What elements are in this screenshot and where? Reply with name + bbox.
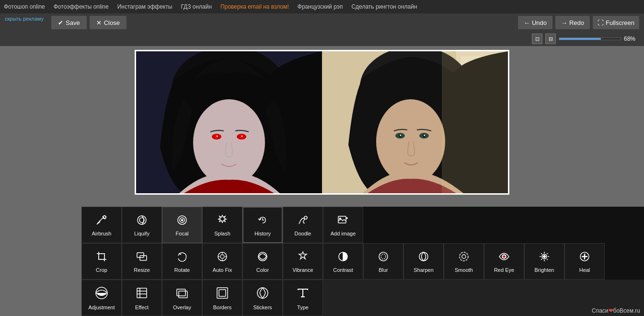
fit-to-screen-icon[interactable]: ⊡ xyxy=(532,34,542,44)
tool-overlay[interactable]: Overlay xyxy=(162,280,202,316)
nav-photoshop[interactable]: Фотошоп online xyxy=(4,3,45,10)
svg-rect-22 xyxy=(442,51,508,193)
fullscreen-icon: ⛶ xyxy=(598,19,604,26)
svg-rect-49 xyxy=(137,288,147,298)
tool-effect[interactable]: Effect xyxy=(122,280,162,316)
splash-icon xyxy=(216,213,229,229)
tool-add-image[interactable]: Add image xyxy=(323,207,363,243)
svg-rect-51 xyxy=(179,291,187,298)
original-image-svg xyxy=(136,51,322,193)
toolbar-right: ← Undo → Redo ⛶ Fullscreen xyxy=(518,16,639,29)
tool-type[interactable]: Type xyxy=(283,280,323,316)
svg-point-21 xyxy=(424,135,426,136)
rotate-label: Rotate xyxy=(174,267,190,273)
svg-rect-53 xyxy=(219,290,226,296)
blur-label: Blur xyxy=(379,267,388,273)
effect-icon xyxy=(134,285,150,303)
row1-right-section: Focal Splash xyxy=(162,207,363,243)
tool-stickers[interactable]: Stickers xyxy=(242,280,283,316)
tool-resize[interactable]: Resize xyxy=(122,243,162,280)
tools-row-1: Airbrush Liquify xyxy=(81,207,644,243)
tool-focal[interactable]: Focal xyxy=(162,207,202,243)
tool-red-eye[interactable]: Red Eye xyxy=(484,243,524,280)
focal-icon xyxy=(175,213,189,229)
nav-ringtone[interactable]: Сделать рингтон онлайн xyxy=(351,3,417,10)
tool-smooth[interactable]: Smooth xyxy=(444,243,484,280)
tool-crop[interactable]: Crop xyxy=(81,243,122,280)
borders-icon xyxy=(215,285,230,303)
tool-heal[interactable]: Heal xyxy=(564,243,605,280)
red-eye-icon xyxy=(497,250,511,265)
tool-history[interactable]: History xyxy=(242,207,283,243)
original-image-panel xyxy=(136,51,322,193)
row2-right-section: Rotate Auto Fix xyxy=(162,243,605,280)
close-button[interactable]: ✕ Close xyxy=(90,16,126,29)
actual-size-icon[interactable]: ⊟ xyxy=(545,34,556,44)
svg-point-27 xyxy=(182,220,183,221)
nav-photoeffects[interactable]: Фотоэффекты online xyxy=(54,3,109,10)
nav-french[interactable]: Французский рэп xyxy=(298,3,343,10)
tool-auto-fix[interactable]: Auto Fix xyxy=(202,243,242,280)
color-label: Color xyxy=(256,267,269,273)
overlay-icon xyxy=(174,285,190,303)
svg-point-39 xyxy=(379,252,388,261)
svg-point-2 xyxy=(193,99,265,186)
save-checkmark-icon: ✔ xyxy=(58,19,63,26)
tool-borders[interactable]: Borders xyxy=(202,280,242,316)
save-button[interactable]: ✔ Save xyxy=(51,16,87,29)
svg-point-8 xyxy=(217,136,218,137)
svg-point-29 xyxy=(304,216,307,219)
blur-icon xyxy=(377,250,390,265)
tool-sharpen[interactable]: Sharpen xyxy=(403,243,444,280)
footer-logo: Спаси❤боВсем.ru xyxy=(592,307,640,314)
svg-rect-30 xyxy=(338,216,346,223)
tool-adjustment[interactable]: Adjustment xyxy=(81,280,122,316)
svg-point-36 xyxy=(220,255,224,258)
nav-instagram[interactable]: Инстаграм эффекты xyxy=(117,3,172,10)
image-container xyxy=(135,50,509,195)
nav-gdz[interactable]: ГДЗ онлайн xyxy=(181,3,212,10)
tool-splash[interactable]: Splash xyxy=(202,207,242,243)
vibrance-label: Vibrance xyxy=(292,267,313,273)
tool-blur[interactable]: Blur xyxy=(363,243,403,280)
tool-contrast[interactable]: Contrast xyxy=(323,243,363,280)
svg-point-54 xyxy=(257,288,268,298)
color-icon xyxy=(256,250,269,265)
heal-icon xyxy=(578,250,591,265)
tool-airbrush[interactable]: Airbrush xyxy=(81,207,122,243)
bottom-tools: Airbrush Liquify xyxy=(81,207,644,316)
svg-point-43 xyxy=(462,255,466,258)
heal-label: Heal xyxy=(579,267,590,273)
toolbar-left: скрыть рекламу ✔ Save ✕ Close xyxy=(5,16,515,29)
rotate-icon xyxy=(175,250,189,265)
type-label: Type xyxy=(297,304,309,310)
close-x-icon: ✕ xyxy=(96,19,102,26)
fullscreen-button[interactable]: ⛶ Fullscreen xyxy=(593,16,639,29)
tool-liquify[interactable]: Liquify xyxy=(122,207,162,243)
contrast-label: Contrast xyxy=(333,267,353,273)
nav-email[interactable]: Проверка email на взлом! xyxy=(220,3,289,10)
row1-left-section: Airbrush Liquify xyxy=(81,207,162,243)
redo-button[interactable]: → Redo xyxy=(555,16,590,29)
tool-rotate[interactable]: Rotate xyxy=(162,243,202,280)
zoom-slider[interactable] xyxy=(559,37,621,40)
tool-doodle[interactable]: Doodle xyxy=(283,207,323,243)
hide-ads-link[interactable]: скрыть рекламу xyxy=(5,16,44,29)
tool-vibrance[interactable]: Vibrance xyxy=(283,243,323,280)
stickers-label: Stickers xyxy=(253,304,272,310)
vibrance-icon xyxy=(296,250,310,265)
auto-fix-icon xyxy=(216,250,229,265)
edited-image-panel xyxy=(322,51,508,193)
undo-button[interactable]: ← Undo xyxy=(518,16,552,29)
main-area: Airbrush Liquify xyxy=(0,46,644,316)
redo-arrow-icon: → xyxy=(561,19,567,26)
doodle-icon xyxy=(296,213,310,229)
adjustment-icon xyxy=(94,285,109,303)
tool-brighten[interactable]: Brighten xyxy=(524,243,564,280)
canvas-area: Airbrush Liquify xyxy=(0,46,644,316)
tool-color[interactable]: Color xyxy=(242,243,283,280)
history-icon xyxy=(256,213,269,229)
liquify-label: Liquify xyxy=(134,231,150,236)
add-image-label: Add image xyxy=(331,231,356,236)
svg-point-24 xyxy=(138,216,146,224)
